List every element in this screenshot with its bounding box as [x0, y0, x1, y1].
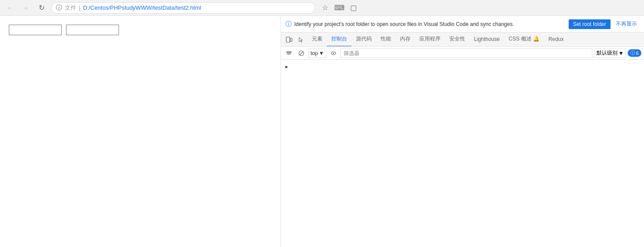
dismiss-button[interactable]: 不再显示	[613, 18, 640, 29]
svg-line-6	[300, 52, 303, 55]
file-label: 文件	[65, 4, 76, 12]
window-controls-button[interactable]: ▢	[347, 2, 359, 14]
svg-rect-0	[286, 37, 290, 42]
svg-rect-4	[287, 54, 291, 54]
reload-button[interactable]: ↻	[35, 2, 48, 14]
tab-memory[interactable]: 内存	[396, 33, 415, 47]
tab-security[interactable]: 安全性	[445, 33, 470, 47]
tab-elements[interactable]: 元素	[307, 33, 327, 47]
clear-icon	[286, 50, 292, 56]
console-content: ►	[281, 60, 644, 247]
filter-input[interactable]	[341, 48, 592, 58]
browser-toolbar-right: ☆ ⌨ ▢	[319, 2, 359, 14]
forward-button[interactable]: →	[19, 2, 32, 14]
back-button[interactable]: ←	[4, 2, 16, 14]
bookmark-button[interactable]: ☆	[319, 2, 331, 14]
svg-rect-2	[286, 52, 292, 52]
address-info-icon: ⓘ	[56, 4, 62, 12]
extension-button[interactable]: ⌨	[333, 2, 345, 14]
svg-point-8	[333, 52, 334, 54]
block-console-button[interactable]	[296, 48, 307, 59]
issues-badge[interactable]: ⓘ 6	[628, 49, 641, 57]
banner-info-icon: ⓘ	[285, 20, 292, 28]
eye-button[interactable]	[328, 48, 339, 59]
tab-redux[interactable]: Redux	[544, 33, 568, 47]
context-selector[interactable]: top ▼	[308, 48, 326, 58]
devtools-panel: ⓘ Identify your project's root folder to…	[281, 16, 644, 247]
inspect-icon	[298, 36, 305, 43]
level-dropdown[interactable]: 默认级别 ▼	[594, 48, 626, 58]
info-banner: ⓘ Identify your project's root folder to…	[281, 16, 644, 33]
block-icon	[298, 50, 304, 56]
eye-icon	[330, 50, 337, 56]
address-pipe: |	[79, 4, 80, 11]
address-bar[interactable]: ⓘ 文件 | D:/Centos/PHPstudyWWW/testData/te…	[51, 2, 315, 14]
page-inputs-row	[9, 25, 272, 35]
tab-device-toggle[interactable]	[283, 33, 295, 47]
svg-rect-1	[290, 38, 292, 41]
tab-console[interactable]: 控制台	[327, 33, 352, 47]
page-content	[0, 16, 281, 247]
address-url: D:/Centos/PHPstudyWWW/testData/test2.htm…	[83, 4, 201, 11]
console-row-chevron[interactable]: ►	[281, 62, 644, 71]
page-input-2[interactable]	[66, 25, 119, 35]
page-input-1[interactable]	[9, 25, 62, 35]
clear-console-button[interactable]	[284, 48, 294, 59]
tab-performance[interactable]: 性能	[376, 33, 396, 47]
level-label: 默认级别	[596, 49, 618, 57]
issues-icon: ⓘ	[630, 50, 635, 56]
tab-inspect-toggle[interactable]	[295, 33, 307, 47]
svg-rect-3	[287, 53, 291, 53]
tab-lighthouse[interactable]: Lighthouse	[470, 33, 504, 47]
device-icon	[285, 36, 292, 43]
browser-window: ← → ↻ ⓘ 文件 | D:/Centos/PHPstudyWWW/testD…	[0, 0, 644, 247]
chevron-right-icon: ►	[285, 64, 289, 69]
tab-css-overview[interactable]: CSS 概述 🔔	[504, 33, 544, 47]
browser-topbar: ← → ↻ ⓘ 文件 | D:/Centos/PHPstudyWWW/testD…	[0, 0, 644, 16]
set-root-button[interactable]: Set root folder	[569, 19, 611, 29]
devtools-tabs: 元素 控制台 源代码 性能 内存 应用程序 安全性	[281, 33, 644, 47]
tab-sources[interactable]: 源代码	[352, 33, 376, 47]
console-toolbar: top ▼ 默认级别 ▼	[281, 47, 644, 60]
level-dropdown-icon: ▼	[618, 50, 624, 56]
tab-application[interactable]: 应用程序	[415, 33, 445, 47]
context-label: top	[311, 50, 318, 56]
context-dropdown-icon: ▼	[319, 50, 324, 56]
banner-text: Identify your project's root folder to o…	[294, 21, 566, 27]
main-area: ⓘ Identify your project's root folder to…	[0, 16, 644, 247]
issues-count: 6	[636, 51, 639, 56]
